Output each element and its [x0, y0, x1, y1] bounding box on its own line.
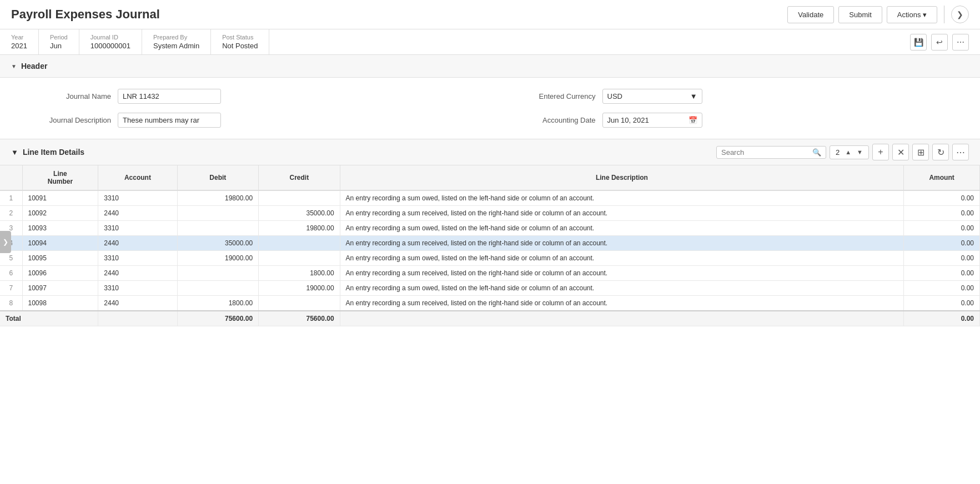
row-debit — [177, 221, 259, 236]
total-credit: 75600.00 — [259, 311, 340, 326]
search-input[interactable] — [721, 148, 810, 157]
table-header-row: LineNumber Account Debit Credit Line Des… — [0, 165, 980, 190]
journal-name-label: Journal Name — [22, 92, 111, 100]
header-collapse-arrow: ▼ — [11, 63, 17, 69]
total-debit: 75600.00 — [177, 311, 259, 326]
meta-period: Period Jun — [50, 29, 79, 54]
row-amount: 0.00 — [904, 251, 980, 266]
meta-bar-right-controls: 💾 ↩ ⋯ — [910, 29, 969, 54]
save-icon-button[interactable]: 💾 — [910, 34, 927, 51]
table-row[interactable]: 1 10091 3310 19800.00 An entry recording… — [0, 190, 980, 206]
row-account: 3310 — [98, 190, 177, 206]
row-amount: 0.00 — [904, 266, 980, 281]
table-row[interactable]: 6 10096 2440 1800.00 An entry recording … — [0, 266, 980, 281]
table-row[interactable]: 3 10093 3310 19800.00 An entry recording… — [0, 221, 980, 236]
header-section-header[interactable]: ▼ Header — [0, 55, 980, 78]
line-items-collapse-arrow[interactable]: ▼ — [11, 148, 18, 157]
meta-prepared-by-label: Prepared By — [153, 34, 199, 41]
meta-year-label: Year — [11, 34, 27, 41]
meta-bar: Year 2021 Period Jun Journal ID 10000000… — [0, 29, 980, 55]
main-content: ❯ ▼ Header Journal Name Journal Descript… — [0, 55, 980, 484]
journal-name-input[interactable] — [118, 89, 221, 104]
side-toggle[interactable]: ❯ — [0, 231, 11, 253]
undo-icon-button[interactable]: ↩ — [931, 34, 948, 51]
row-credit — [259, 190, 340, 206]
meta-post-status-value: Not Posted — [222, 42, 258, 50]
more-options-icon[interactable]: ⋯ — [952, 144, 969, 160]
accounting-date-input[interactable]: Jun 10, 2021 📅 — [602, 113, 702, 128]
meta-period-label: Period — [50, 34, 68, 41]
row-line-number: 10097 — [22, 281, 98, 296]
accounting-date-value: Jun 10, 2021 — [607, 116, 649, 124]
total-account — [98, 311, 177, 326]
row-line-number: 10098 — [22, 296, 98, 311]
page-up-arrow[interactable]: ▲ — [843, 148, 853, 157]
table-row[interactable]: 8 10098 2440 1800.00 An entry recording … — [0, 296, 980, 311]
search-icon: 🔍 — [812, 148, 821, 157]
add-row-button[interactable]: + — [872, 144, 889, 160]
entered-currency-select[interactable]: USD ▼ — [602, 89, 702, 104]
row-account: 2440 — [98, 236, 177, 251]
page-down-arrow[interactable]: ▼ — [855, 148, 865, 157]
table-row[interactable]: 2 10092 2440 35000.00 An entry recording… — [0, 206, 980, 221]
entered-currency-row: Entered Currency USD ▼ — [507, 89, 958, 104]
header-section-title: Header — [21, 62, 47, 70]
row-debit: 19000.00 — [177, 251, 259, 266]
copy-row-button[interactable]: ⊞ — [912, 144, 929, 160]
row-description: An entry recording a sum received, liste… — [340, 266, 904, 281]
row-account: 2440 — [98, 266, 177, 281]
page-number: 2 — [833, 147, 842, 158]
journal-name-row: Journal Name — [22, 89, 474, 104]
row-description: An entry recording a sum owed, listed on… — [340, 190, 904, 206]
row-credit: 1800.00 — [259, 266, 340, 281]
meta-prepared-by-value: System Admin — [153, 42, 199, 50]
row-account: 2440 — [98, 296, 177, 311]
total-desc — [340, 311, 904, 326]
currency-dropdown-arrow: ▼ — [690, 92, 697, 100]
accounting-date-row: Accounting Date Jun 10, 2021 📅 — [507, 113, 958, 128]
validate-button[interactable]: Validate — [787, 6, 834, 23]
meta-journal-id-label: Journal ID — [91, 34, 130, 41]
toolbar: Validate Submit Actions ▾ ❯ — [787, 6, 969, 23]
search-box[interactable]: 🔍 — [716, 146, 826, 159]
row-num: 8 — [0, 296, 22, 311]
table-row[interactable]: 5 10095 3310 19000.00 An entry recording… — [0, 251, 980, 266]
toolbar-divider — [944, 6, 944, 23]
entered-currency-value: USD — [607, 92, 622, 100]
table-row[interactable]: 4 10094 2440 35000.00 An entry recording… — [0, 236, 980, 251]
row-description: An entry recording a sum owed, listed on… — [340, 281, 904, 296]
row-description: An entry recording a sum owed, listed on… — [340, 251, 904, 266]
col-line-number-header: LineNumber — [22, 165, 98, 190]
row-account: 3310 — [98, 251, 177, 266]
header-form: Journal Name Journal Description Entered… — [0, 78, 980, 139]
actions-button[interactable]: Actions ▾ — [887, 6, 937, 23]
row-credit — [259, 251, 340, 266]
refresh-button[interactable]: ↻ — [932, 144, 949, 160]
submit-button[interactable]: Submit — [838, 6, 882, 23]
row-credit: 19800.00 — [259, 221, 340, 236]
delete-row-button[interactable]: ✕ — [892, 144, 909, 160]
row-debit — [177, 266, 259, 281]
line-items-controls: 🔍 2 ▲ ▼ + ✕ ⊞ ↻ ⋯ — [716, 144, 969, 160]
row-description: An entry recording a sum owed, listed on… — [340, 221, 904, 236]
row-line-number: 10096 — [22, 266, 98, 281]
meta-prepared-by: Prepared By System Admin — [153, 29, 211, 54]
row-debit: 19800.00 — [177, 190, 259, 206]
row-amount: 0.00 — [904, 206, 980, 221]
row-credit — [259, 236, 340, 251]
row-debit — [177, 281, 259, 296]
journal-desc-row: Journal Description — [22, 113, 474, 128]
page-title: Payroll Expenses Journal — [11, 7, 160, 22]
row-num: 6 — [0, 266, 22, 281]
pagination-box: 2 ▲ ▼ — [830, 145, 869, 159]
journal-desc-input[interactable] — [118, 113, 221, 128]
total-label: Total — [0, 311, 98, 326]
col-amount-header: Amount — [904, 165, 980, 190]
total-row: Total 75600.00 75600.00 0.00 — [0, 311, 980, 326]
close-button[interactable]: ❯ — [951, 6, 969, 23]
col-account-header: Account — [98, 165, 177, 190]
line-items-title: Line Item Details — [23, 148, 84, 157]
table-row[interactable]: 7 10097 3310 19000.00 An entry recording… — [0, 281, 980, 296]
more-options-button[interactable]: ⋯ — [952, 34, 969, 51]
row-description: An entry recording a sum received, liste… — [340, 296, 904, 311]
